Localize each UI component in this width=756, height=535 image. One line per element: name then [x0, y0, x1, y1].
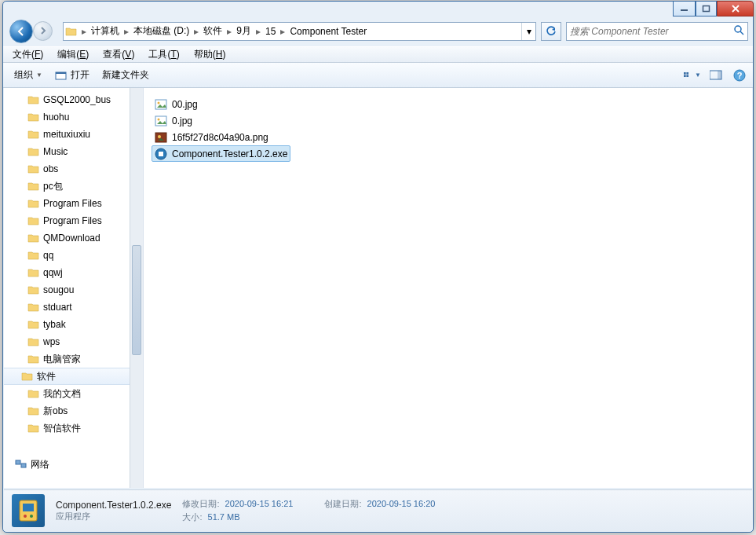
tree-item[interactable]: GSQL2000_bus: [4, 91, 143, 108]
tree-item-label: qq: [43, 250, 53, 261]
tree-item-label: Program Files: [43, 198, 102, 209]
titlebar[interactable]: [3, 2, 753, 19]
tree-item[interactable]: tybak: [4, 316, 143, 333]
refresh-button[interactable]: [541, 22, 561, 41]
details-filename: Component.Tester1.0.2.exe: [56, 500, 171, 511]
tree-item[interactable]: obs: [4, 160, 143, 178]
details-size-value: 51.7 MB: [208, 512, 240, 522]
svg-rect-17: [155, 116, 166, 126]
details-pane: Component.Tester1.0.2.exe 应用程序 修改日期: 202…: [4, 489, 752, 531]
help-button[interactable]: ?: [731, 68, 748, 82]
open-button[interactable]: 打开: [49, 65, 96, 85]
organize-button[interactable]: 组织 ▼: [8, 65, 49, 85]
file-icon: [155, 98, 167, 111]
menu-view[interactable]: 查看(V): [97, 46, 141, 63]
search-icon[interactable]: [733, 24, 744, 38]
breadcrumb-item[interactable]: Component Tester: [287, 26, 369, 37]
menu-help[interactable]: 帮助(H): [188, 46, 232, 63]
svg-text:?: ?: [737, 71, 743, 80]
svg-point-2: [735, 26, 741, 32]
file-icon: [155, 131, 167, 144]
tree-item-label: 智信软件: [43, 422, 81, 435]
tree-item[interactable]: stduart: [4, 299, 143, 316]
search-field[interactable]: [570, 26, 733, 37]
file-item[interactable]: 00.jpg: [152, 96, 201, 112]
tree-item[interactable]: 智信软件: [4, 420, 143, 437]
breadcrumb-item[interactable]: 本地磁盘 (D:): [131, 24, 192, 38]
file-item[interactable]: 0.jpg: [152, 112, 195, 129]
tree-item[interactable]: 软件: [4, 368, 143, 385]
chevron-right-icon[interactable]: ▸: [79, 26, 89, 37]
preview-pane-button[interactable]: [707, 68, 725, 82]
file-type-icon: [12, 494, 45, 527]
tree-item[interactable]: 新obs: [4, 402, 143, 420]
details-size-label: 大小:: [182, 512, 205, 522]
menu-tools[interactable]: 工具(T): [142, 46, 185, 63]
explorer-window: ▸ 计算机 ▸ 本地磁盘 (D:) ▸ 软件 ▸ 9月 ▸ 15 ▸ Compo…: [2, 1, 754, 533]
tree-item[interactable]: sougou: [4, 281, 143, 299]
tree-item-label: GSQL2000_bus: [43, 94, 111, 105]
chevron-right-icon[interactable]: ▸: [122, 26, 131, 37]
tree-item[interactable]: Program Files: [4, 212, 143, 229]
file-list[interactable]: 00.jpg0.jpg16f5f27d8c04a90a.pngComponent…: [144, 88, 752, 488]
close-button[interactable]: [717, 1, 754, 16]
svg-rect-6: [686, 71, 688, 74]
chevron-right-icon[interactable]: ▸: [225, 26, 234, 37]
tree-item[interactable]: QMDownload: [4, 229, 143, 247]
tree-item[interactable]: meituxiuxiu: [4, 126, 143, 143]
file-item[interactable]: Component.Tester1.0.2.exe: [152, 145, 290, 162]
breadcrumb-item[interactable]: 软件: [201, 24, 225, 38]
chevron-right-icon[interactable]: ▸: [278, 26, 287, 37]
search-input[interactable]: [566, 22, 748, 41]
forward-button[interactable]: [33, 21, 53, 41]
tree-item-label: huohu: [43, 112, 69, 123]
chevron-right-icon[interactable]: ▸: [254, 26, 263, 37]
details-created-value: 2020-09-15 16:20: [367, 499, 436, 508]
breadcrumb-dropdown-button[interactable]: ▾: [521, 23, 535, 40]
tree-item-label: Music: [43, 146, 68, 157]
svg-rect-7: [684, 75, 686, 77]
tree-item-label: sougou: [43, 284, 74, 295]
minimize-button[interactable]: [673, 1, 696, 16]
tree-item-label: tybak: [43, 319, 66, 330]
tree-item-label: 软件: [37, 370, 56, 383]
breadcrumb-item[interactable]: 9月: [234, 24, 254, 38]
svg-point-18: [158, 118, 160, 120]
view-options-button[interactable]: ▼: [684, 68, 701, 82]
menu-file[interactable]: 文件(F): [6, 46, 49, 63]
tree-item[interactable]: 我的文档: [4, 385, 143, 402]
chevron-down-icon: ▼: [36, 71, 42, 79]
breadcrumb[interactable]: ▸ 计算机 ▸ 本地磁盘 (D:) ▸ 软件 ▸ 9月 ▸ 15 ▸ Compo…: [63, 22, 536, 41]
tree-item[interactable]: pc包: [4, 178, 143, 195]
tree-item-network[interactable]: 网络: [4, 456, 143, 473]
tree-item[interactable]: qqwj: [4, 264, 143, 281]
breadcrumb-item[interactable]: 计算机: [89, 24, 122, 38]
file-name: 00.jpg: [172, 99, 198, 110]
breadcrumb-item[interactable]: 15: [263, 26, 278, 37]
tree-item[interactable]: huohu: [4, 108, 143, 126]
svg-rect-15: [155, 100, 166, 109]
tree-item[interactable]: Music: [4, 143, 143, 160]
toolbar: 组织 ▼ 打开 新建文件夹 ▼ ?: [3, 63, 753, 88]
svg-point-16: [158, 101, 160, 104]
tree-item[interactable]: Program Files: [4, 195, 143, 212]
tree-item[interactable]: wps: [4, 333, 143, 350]
maximize-button[interactable]: [696, 1, 717, 16]
svg-rect-8: [686, 75, 688, 77]
tree-scrollbar[interactable]: [130, 88, 143, 488]
back-button[interactable]: [9, 20, 33, 43]
file-name: Component.Tester1.0.2.exe: [172, 148, 287, 159]
nav-tree[interactable]: GSQL2000_bushuohumeituxiuxiuMusicobspc包P…: [4, 88, 144, 488]
svg-rect-0: [681, 9, 688, 11]
tree-item[interactable]: 电脑管家: [4, 350, 143, 368]
chevron-right-icon[interactable]: ▸: [192, 26, 201, 37]
file-name: 0.jpg: [172, 115, 192, 126]
tree-item[interactable]: qq: [4, 247, 143, 264]
tree-item-label: 网络: [31, 458, 49, 471]
scrollbar-thumb[interactable]: [132, 245, 141, 355]
new-folder-button[interactable]: 新建文件夹: [96, 65, 155, 85]
file-item[interactable]: 16f5f27d8c04a90a.png: [152, 129, 272, 145]
svg-rect-13: [16, 460, 20, 464]
menu-edit[interactable]: 编辑(E): [51, 46, 95, 63]
tree-item-label: QMDownload: [43, 233, 100, 244]
